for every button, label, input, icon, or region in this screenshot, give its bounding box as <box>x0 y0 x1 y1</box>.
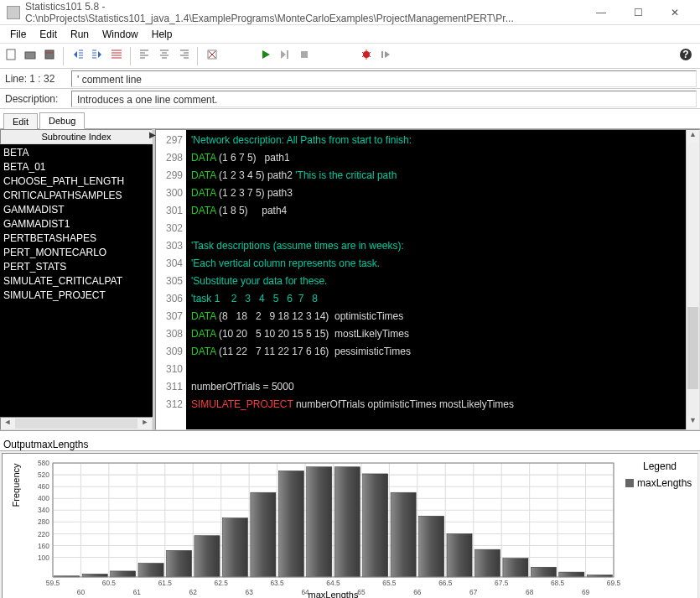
svg-text:66: 66 <box>413 588 422 596</box>
x-axis-label: maxLengths <box>309 590 359 598</box>
editor-scrollbar-v[interactable]: ▲ ▼ <box>686 130 699 429</box>
code-line[interactable]: 'Task descriptions (assume times are in … <box>191 237 681 255</box>
run-step-icon[interactable] <box>277 47 296 65</box>
svg-rect-56 <box>474 549 500 577</box>
legend-swatch-icon <box>625 479 634 487</box>
run-icon[interactable] <box>258 47 277 65</box>
menu-window[interactable]: Window <box>96 27 145 42</box>
tab-maxlengths[interactable]: maxLengths <box>34 439 88 450</box>
code-line[interactable]: DATA (8 18 2 9 18 12 3 14) optimisticTim… <box>191 308 681 325</box>
code-line[interactable]: DATA (10 20 5 10 20 15 5 15) mostLikelyT… <box>191 325 681 343</box>
code-line[interactable] <box>191 361 681 378</box>
subroutine-panel: Subroutine Index BETABETA_01CHOOSE_PATH_… <box>0 129 155 430</box>
code-line[interactable]: 'Network description: All Paths from sta… <box>191 132 681 149</box>
subroutine-item[interactable]: GAMMADIST <box>3 203 149 217</box>
code-line[interactable] <box>191 220 681 237</box>
menu-edit[interactable]: Edit <box>33 27 64 42</box>
stop-icon[interactable] <box>297 47 315 65</box>
app-icon <box>7 6 20 19</box>
scroll-down-icon[interactable]: ▼ <box>687 416 699 429</box>
save-icon[interactable] <box>42 47 60 65</box>
svg-text:66.5: 66.5 <box>438 579 453 587</box>
scroll-thumb-v[interactable] <box>687 307 698 389</box>
step-over-icon[interactable] <box>378 47 397 65</box>
new-file-icon[interactable] <box>3 47 22 65</box>
code-line[interactable]: 'Each vertical column represents one tas… <box>191 255 681 273</box>
scroll-left-icon[interactable]: ◄ <box>1 418 14 429</box>
code-line[interactable]: numberOfTrials = 5000 <box>191 378 681 396</box>
align-left-icon[interactable] <box>137 47 156 65</box>
format-icon[interactable] <box>109 47 127 65</box>
subroutine-item[interactable]: GAMMADIST1 <box>3 217 149 231</box>
svg-rect-50 <box>307 467 332 577</box>
svg-text:160: 160 <box>38 542 49 550</box>
splitter-handle-icon[interactable]: ▶ <box>149 130 156 139</box>
svg-text:62.5: 62.5 <box>215 579 229 587</box>
subroutine-item[interactable]: CHOOSE_PATH_LENGTH <box>3 174 149 189</box>
scroll-right-icon[interactable]: ► <box>138 418 152 429</box>
svg-text:68: 68 <box>526 588 534 596</box>
code-line[interactable]: SIMULATE_PROJECT numberOfTrials optimist… <box>191 396 681 413</box>
svg-text:63.5: 63.5 <box>270 579 284 587</box>
code-line[interactable]: DATA (11 22 7 11 22 17 6 16) pessimistic… <box>191 343 681 361</box>
svg-rect-47 <box>222 518 247 577</box>
line-number: 298 <box>158 149 183 167</box>
subroutine-list[interactable]: BETABETA_01CHOOSE_PATH_LENGTHCRITICALPAT… <box>0 144 153 417</box>
svg-text:220: 220 <box>38 530 49 538</box>
minimize-button[interactable]: — <box>583 1 620 24</box>
legend-item: maxLengths <box>625 477 694 489</box>
svg-rect-57 <box>503 559 528 577</box>
code-line[interactable]: DATA (1 8 5) path4 <box>191 202 681 220</box>
svg-text:61.5: 61.5 <box>158 579 173 587</box>
svg-rect-5 <box>287 50 288 59</box>
subroutine-item[interactable]: PERT_STATS <box>3 260 149 274</box>
subroutine-item[interactable]: BETA <box>3 146 149 160</box>
titlebar: Statistics101 5.8 - C:\nbProjects\Statis… <box>0 0 700 25</box>
menu-help[interactable]: Help <box>145 27 179 42</box>
code-line[interactable]: DATA (1 2 3 7 5) path3 <box>191 185 681 202</box>
code-line[interactable]: 'task 1 2 3 4 5 6 7 8 <box>191 290 681 308</box>
svg-text:65: 65 <box>357 588 366 596</box>
chart-legend: Legend maxLengths <box>622 454 697 598</box>
tab-debug[interactable]: Debug <box>39 112 85 129</box>
maximize-button[interactable]: ☐ <box>620 1 656 24</box>
scroll-thumb-h[interactable] <box>15 419 137 429</box>
subroutine-item[interactable]: BETA_01 <box>3 160 149 174</box>
subroutine-item[interactable]: SIMULATE_PROJECT <box>3 289 149 303</box>
subroutine-item[interactable]: SIMULATE_CRITICALPAT <box>3 274 149 289</box>
tab-edit[interactable]: Edit <box>3 113 38 129</box>
align-right-icon[interactable] <box>176 47 194 65</box>
subroutine-item[interactable]: CRITICALPATHSAMPLES <box>3 189 149 203</box>
editor-tabstrip: Edit Debug <box>0 109 700 129</box>
svg-point-7 <box>363 51 370 58</box>
code-editor[interactable]: 'Network description: All Paths from sta… <box>186 130 686 429</box>
menu-file[interactable]: File <box>3 27 33 42</box>
line-number: 297 <box>158 132 183 149</box>
svg-text:61: 61 <box>133 588 142 596</box>
code-line[interactable]: DATA (1 6 7 5) path1 <box>191 149 681 167</box>
align-center-icon[interactable] <box>157 47 175 65</box>
delete-icon[interactable] <box>205 47 223 65</box>
line-number: 305 <box>158 273 183 290</box>
help-icon[interactable]: ? <box>678 47 697 65</box>
svg-rect-48 <box>251 492 276 577</box>
code-line[interactable]: 'Substitute your data for these. <box>191 273 681 290</box>
open-file-icon[interactable] <box>23 47 41 65</box>
svg-text:63: 63 <box>245 588 253 596</box>
subroutine-item[interactable]: PERT_MONTECARLO <box>3 246 149 260</box>
chart-plot: Frequency maxLengths 1001602202803404004… <box>53 462 614 578</box>
svg-rect-8 <box>381 51 383 58</box>
close-button[interactable]: ✕ <box>656 1 693 24</box>
tab-output[interactable]: Output <box>3 439 34 450</box>
debug-icon[interactable] <box>359 47 377 65</box>
line-number: 308 <box>158 325 183 343</box>
line-number: 310 <box>158 361 183 378</box>
code-line[interactable]: DATA (1 2 3 4 5) path2 'This is the crit… <box>191 167 681 185</box>
scroll-up-icon[interactable]: ▲ <box>687 130 699 143</box>
indent-right-icon[interactable] <box>90 47 108 65</box>
bottom-tabstrip: Output maxLengths <box>0 431 700 451</box>
subroutine-item[interactable]: PERTBETASHAPES <box>3 231 149 246</box>
indent-left-icon[interactable] <box>70 47 89 65</box>
menu-run[interactable]: Run <box>64 27 96 42</box>
side-scrollbar-h[interactable]: ◄ ► <box>0 417 153 430</box>
